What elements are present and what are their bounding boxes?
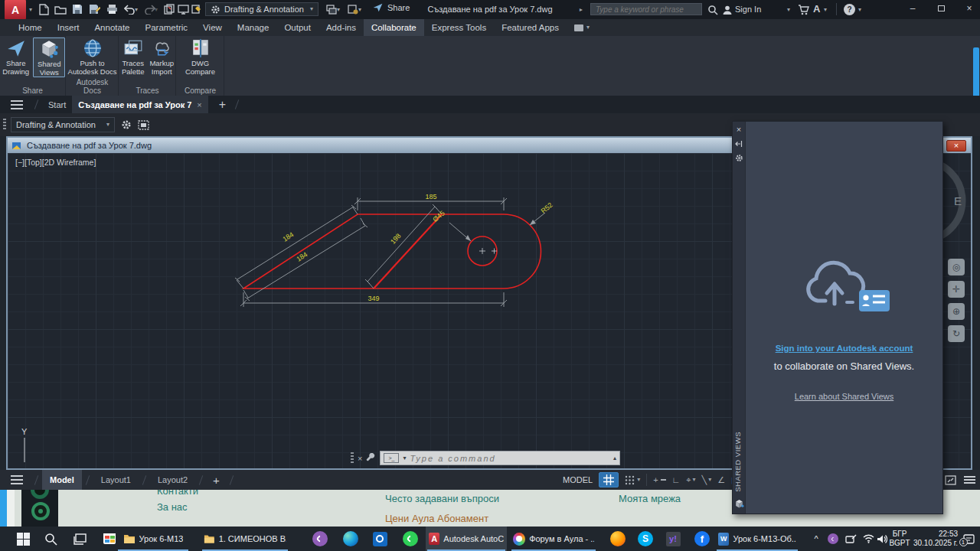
snap-toggle-button[interactable]: ▾ bbox=[625, 475, 640, 485]
tray-viber-icon[interactable] bbox=[825, 527, 841, 551]
autodesk-app-icon[interactable]: A bbox=[813, 3, 820, 15]
palette-properties-gear-icon[interactable] bbox=[733, 148, 745, 162]
tab-home[interactable]: Home bbox=[11, 19, 50, 36]
sign-in-caret-icon[interactable]: ▾ bbox=[787, 7, 790, 13]
command-expand-caret-icon[interactable]: ▴ bbox=[613, 455, 616, 461]
shape-inner-slant[interactable] bbox=[374, 214, 442, 289]
nav-pan-button[interactable]: ✛ bbox=[948, 281, 965, 298]
task-view-icon[interactable] bbox=[66, 527, 93, 551]
taskbar-folder1[interactable]: Урок 6-М13 bbox=[116, 527, 190, 551]
start-button[interactable] bbox=[9, 527, 37, 551]
ortho-button[interactable]: ∟ bbox=[672, 475, 681, 484]
panel-share-label[interactable]: Share bbox=[0, 86, 65, 95]
workspace-switcher[interactable]: Drafting & Annotation ▾ bbox=[11, 117, 115, 132]
command-input-area[interactable]: >_ ▾ ▴ bbox=[380, 451, 620, 465]
undo-caret-icon[interactable]: ▾ bbox=[135, 7, 138, 13]
skype-icon[interactable]: S bbox=[632, 527, 658, 551]
file-tab-close-icon[interactable]: × bbox=[197, 100, 201, 109]
dim-slot[interactable]: 198 bbox=[389, 232, 402, 246]
command-grip[interactable] bbox=[351, 452, 354, 465]
traces-palette-button[interactable]: Traces Palette bbox=[119, 37, 147, 76]
markup-import-button[interactable]: Markup Import bbox=[149, 37, 176, 76]
push-to-docs-button[interactable]: Push to Autodesk Docs bbox=[68, 37, 117, 76]
share-drawing-button[interactable]: Share Drawing bbox=[0, 37, 31, 77]
nav-orbit-button[interactable]: ↻ bbox=[948, 325, 965, 342]
new-drawing-tab-icon[interactable]: + bbox=[219, 98, 226, 112]
tab-collaborate[interactable]: Collaborate bbox=[364, 19, 424, 36]
save-icon[interactable] bbox=[70, 2, 84, 16]
file-tab-document[interactable]: Създаване на pdf за Урок 7 × bbox=[72, 96, 208, 113]
properties-icon[interactable] bbox=[190, 2, 204, 16]
browser-link-network[interactable]: Моята мрежа bbox=[619, 493, 681, 504]
taskbar-word[interactable]: W Урок 6-М13-Об... bbox=[715, 527, 799, 551]
palette-close-icon[interactable]: × bbox=[733, 122, 745, 134]
tab-annotate[interactable]: Annotate bbox=[87, 19, 137, 36]
viewcube-east-label[interactable]: E bbox=[954, 194, 962, 207]
toolbar-grip[interactable] bbox=[3, 119, 6, 131]
display-settings-icon[interactable] bbox=[136, 118, 150, 132]
command-close-icon[interactable]: × bbox=[358, 454, 362, 463]
panel-compare-label[interactable]: Compare bbox=[177, 86, 224, 95]
dim-slant-outer[interactable]: 184 bbox=[281, 230, 295, 243]
taskbar-autocad[interactable]: A Autodesk AutoC... bbox=[426, 527, 507, 551]
close-button[interactable]: × bbox=[958, 0, 980, 17]
palette-cube-icon[interactable] bbox=[734, 499, 744, 509]
viber-icon[interactable] bbox=[306, 527, 334, 551]
layout-menu-icon[interactable] bbox=[11, 475, 23, 484]
tab-layout1[interactable]: Layout1 bbox=[93, 470, 139, 490]
redo-caret-icon[interactable]: ▾ bbox=[155, 7, 158, 13]
sign-in-label[interactable]: Sign In bbox=[735, 5, 761, 14]
site-logo[interactable] bbox=[21, 490, 58, 527]
tab-view[interactable]: View bbox=[195, 19, 230, 36]
file-tab-start[interactable]: Start bbox=[42, 96, 72, 113]
doc-close-button[interactable]: × bbox=[946, 140, 966, 152]
browser-link-pricing[interactable]: Цени Аула Абонамент bbox=[385, 513, 488, 524]
dynamic-input-button[interactable]: + bbox=[653, 475, 665, 484]
learn-link[interactable]: Learn about Shared Views bbox=[795, 392, 893, 401]
sheet-set-icon[interactable] bbox=[162, 2, 176, 16]
search-expand-caret-icon[interactable]: ▾ bbox=[578, 8, 584, 11]
facebook-icon[interactable]: f bbox=[689, 527, 715, 551]
tab-insert[interactable]: Insert bbox=[50, 19, 87, 36]
app-menu-caret-icon[interactable]: ▾ bbox=[29, 7, 32, 13]
command-recent-caret-icon[interactable]: ▾ bbox=[403, 455, 406, 461]
dim-top[interactable]: 185 bbox=[425, 193, 436, 201]
user-icon[interactable] bbox=[720, 3, 734, 17]
outlook-icon[interactable] bbox=[366, 527, 394, 551]
dim-circle[interactable]: Ø45 bbox=[431, 209, 446, 223]
dim-slant-inner[interactable]: 184 bbox=[295, 250, 309, 262]
edge-icon[interactable] bbox=[337, 527, 364, 551]
osnap-tracking-button[interactable]: ∠ bbox=[717, 475, 725, 485]
taskbar-forum[interactable]: Форум в Аула - ... bbox=[510, 527, 597, 551]
switch-windows-caret-icon[interactable]: ▾ bbox=[337, 7, 340, 13]
sign-in-link[interactable]: Sign into your Autodesk account bbox=[776, 344, 913, 353]
dim-arc[interactable]: R52 bbox=[540, 201, 554, 215]
wrench-icon[interactable] bbox=[366, 453, 376, 463]
tray-chevron-icon[interactable]: ^ bbox=[808, 527, 824, 551]
autodesk-app-caret-icon[interactable]: ▾ bbox=[824, 7, 827, 13]
help-icon[interactable]: ? bbox=[844, 4, 855, 15]
tab-model[interactable]: Model bbox=[42, 470, 82, 490]
tab-featured-apps[interactable]: Featured Apps bbox=[494, 19, 567, 36]
app-logo[interactable]: A bbox=[5, 0, 26, 19]
workspace-dropdown[interactable]: Drafting & Annotation ▾ bbox=[205, 2, 318, 16]
grid-toggle-button[interactable] bbox=[599, 472, 619, 487]
tray-wifi-icon[interactable] bbox=[861, 527, 876, 551]
tray-pen-icon[interactable] bbox=[842, 527, 859, 551]
command-input[interactable] bbox=[410, 454, 609, 463]
tab-addins[interactable]: Add-ins bbox=[318, 19, 364, 36]
firefox-icon[interactable] bbox=[605, 527, 631, 551]
browser-link-about[interactable]: За нас bbox=[157, 501, 188, 513]
layout-viewports-icon[interactable] bbox=[176, 2, 190, 16]
open-folder-icon[interactable] bbox=[54, 2, 67, 16]
clean-screen-icon[interactable] bbox=[945, 475, 956, 485]
polar-tracking-button[interactable]: ⌖▾ bbox=[686, 475, 695, 485]
save-as-icon[interactable] bbox=[87, 2, 101, 16]
palette-autohide-pin-icon[interactable] bbox=[733, 134, 745, 148]
browser-link-contacts[interactable]: Контакти bbox=[157, 490, 198, 497]
tab-manage[interactable]: Manage bbox=[230, 19, 277, 36]
cart-icon[interactable] bbox=[796, 3, 810, 17]
taskbar-folder2[interactable]: 1. СИМЕОНОВ В... bbox=[201, 527, 289, 551]
nav-fullnav-button[interactable]: ◎ bbox=[948, 259, 965, 276]
ribbon-display-toggle[interactable]: ▾ bbox=[567, 19, 597, 36]
